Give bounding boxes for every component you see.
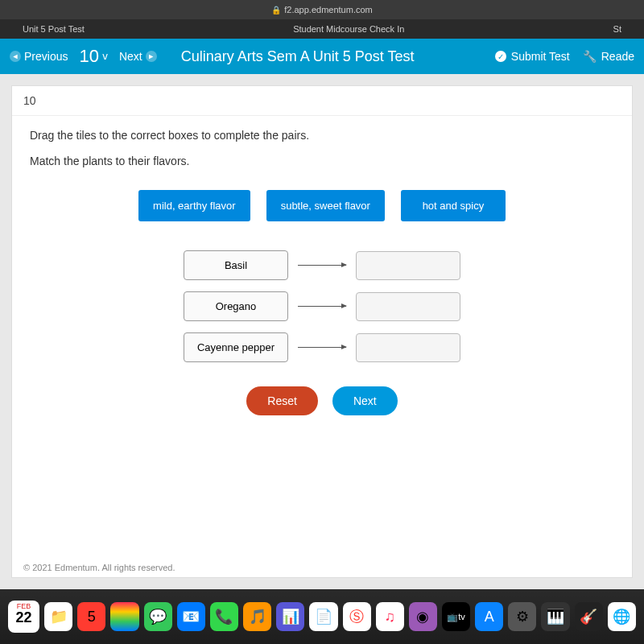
question-number-dropdown[interactable]: 10 ⅴ <box>79 46 107 67</box>
tile-mild-earthy[interactable]: mild, earthy flavor <box>138 190 250 221</box>
dock-icon[interactable]: 📞 <box>210 602 238 631</box>
match-row-cayenne: Cayenne pepper <box>184 332 460 362</box>
test-title: Culinary Arts Sem A Unit 5 Post Test <box>181 48 495 65</box>
arrow-right-icon: ► <box>146 51 157 62</box>
copyright-footer: © 2021 Edmentum. All rights reserved. <box>23 563 175 572</box>
dock-icon[interactable]: 📁 <box>44 602 72 631</box>
lock-icon: 🔒 <box>271 6 281 14</box>
arrow-icon <box>298 265 346 266</box>
submit-label: Submit Test <box>511 50 570 63</box>
drop-target-basil[interactable] <box>356 251 460 280</box>
content-area: 10 Drag the tiles to the correct boxes t… <box>0 74 644 589</box>
reader-button[interactable]: 🔧 Reade <box>583 50 634 63</box>
calendar-dock-icon[interactable]: FEB 22 <box>8 601 39 633</box>
calendar-day: 22 <box>16 610 32 625</box>
tile-subtle-sweet[interactable]: subtle, sweet flavor <box>266 190 385 221</box>
previous-button[interactable]: ◄ Previous <box>10 50 68 63</box>
arrow-left-icon: ◄ <box>10 51 21 62</box>
chevron-down-icon: ⅴ <box>102 51 108 62</box>
next-question-button[interactable]: Next <box>332 386 398 415</box>
dock-icon[interactable]: A <box>475 602 503 631</box>
action-buttons: Reset Next <box>30 386 614 415</box>
test-nav-bar: ◄ Previous 10 ⅴ Next ► Culinary Arts Sem… <box>0 39 644 74</box>
match-row-oregano: Oregano <box>184 291 460 321</box>
dock-icon[interactable]: 📄 <box>309 602 337 631</box>
draggable-tiles-row: mild, earthy flavor subtle, sweet flavor… <box>30 190 614 221</box>
dock-icon[interactable]: 💬 <box>144 602 172 631</box>
macos-dock: FEB 22 📁 5 💬 📧 📞 🎵 📊 📄 Ⓢ ♫ ◉ 📺tv A ⚙ 🎹 🎸… <box>0 589 644 644</box>
dock-icon[interactable]: ♫ <box>376 602 404 631</box>
match-area: Basil Oregano Cayenne pepper <box>30 250 614 362</box>
tab-right[interactable]: St <box>597 24 638 34</box>
drop-target-oregano[interactable] <box>356 292 460 321</box>
reset-button[interactable]: Reset <box>246 386 318 415</box>
next-button[interactable]: Next ► <box>119 50 157 63</box>
tab-center[interactable]: Student Midcourse Check In <box>101 24 597 34</box>
dock-icon[interactable] <box>110 602 138 631</box>
dock-icon[interactable]: ⚙ <box>508 602 536 631</box>
arrow-icon <box>298 347 346 348</box>
tab-left[interactable]: Unit 5 Post Test <box>6 24 101 34</box>
dock-icon[interactable]: 🎸 <box>575 602 603 631</box>
question-card: 10 Drag the tiles to the correct boxes t… <box>11 85 633 578</box>
chrome-dock-icon[interactable]: 🌐 <box>608 602 636 631</box>
question-body: Drag the tiles to the correct boxes to c… <box>12 116 632 428</box>
previous-label: Previous <box>24 50 68 63</box>
arrow-icon <box>298 306 346 307</box>
plant-cayenne: Cayenne pepper <box>184 332 288 362</box>
url-text: f2.app.edmentum.com <box>284 5 372 14</box>
wrench-icon: 🔧 <box>583 50 597 63</box>
submit-test-button[interactable]: ✓ Submit Test <box>495 50 570 63</box>
browser-address-bar: 🔒 f2.app.edmentum.com <box>0 0 644 19</box>
dock-icon[interactable]: Ⓢ <box>343 602 371 631</box>
tile-hot-spicy[interactable]: hot and spicy <box>401 190 506 221</box>
plant-oregano: Oregano <box>184 291 288 321</box>
dock-icon[interactable]: 📺tv <box>442 602 470 631</box>
dock-icon[interactable]: ◉ <box>409 602 437 631</box>
reader-label: Reade <box>601 50 634 63</box>
question-instruction: Drag the tiles to the correct boxes to c… <box>30 129 614 142</box>
question-number: 10 <box>79 46 98 67</box>
question-sub-instruction: Match the plants to their flavors. <box>30 155 614 167</box>
match-row-basil: Basil <box>184 250 460 280</box>
plant-basil: Basil <box>184 250 288 280</box>
dock-icon[interactable]: 🎵 <box>243 602 271 631</box>
question-header-number: 10 <box>12 86 632 116</box>
check-icon: ✓ <box>495 51 506 62</box>
dock-icon[interactable]: 📧 <box>177 602 205 631</box>
browser-tabs: Unit 5 Post Test Student Midcourse Check… <box>0 19 644 39</box>
next-label: Next <box>119 50 142 63</box>
dock-icon[interactable]: 5 <box>77 602 105 631</box>
dock-icon[interactable]: 📊 <box>276 602 304 631</box>
drop-target-cayenne[interactable] <box>356 333 460 362</box>
dock-icon[interactable]: 🎹 <box>541 602 569 631</box>
